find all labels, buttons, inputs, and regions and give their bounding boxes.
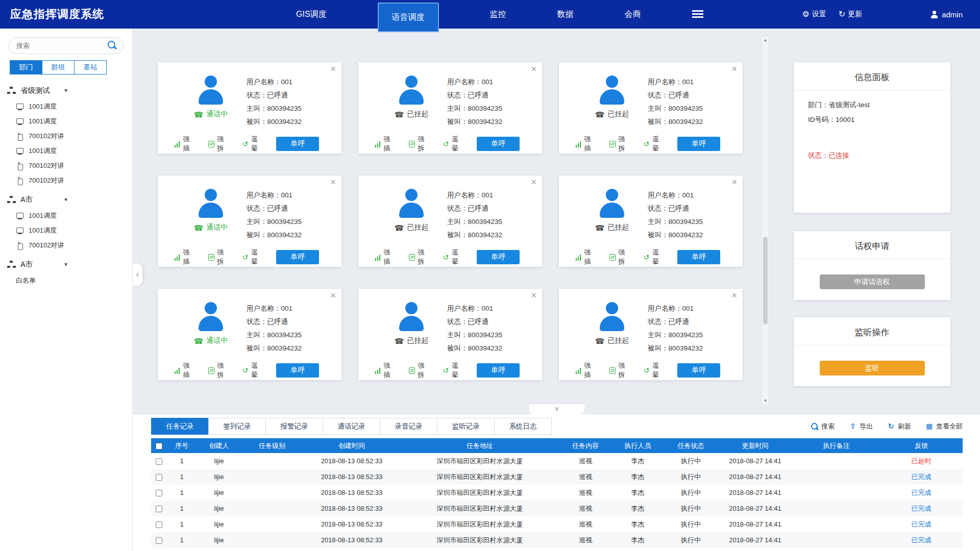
- single-call-button[interactable]: 单呼: [276, 250, 319, 264]
- card-action-button[interactable]: 强拆: [208, 135, 230, 153]
- tree-group-row[interactable]: A市 ▾: [0, 256, 132, 273]
- tree-item[interactable]: 700102对讲: [0, 158, 132, 173]
- feedback-link[interactable]: 已超时: [912, 457, 932, 465]
- card-action-button[interactable]: 强插: [174, 135, 196, 153]
- caret-down-icon[interactable]: ▾: [64, 87, 67, 94]
- single-call-button[interactable]: 单呼: [677, 363, 720, 378]
- card-action-button[interactable]: 遥晕: [242, 135, 264, 153]
- task-row[interactable]: 1 lijie 2018-08-13 08:52:33 深圳市福田区彩田村水源大…: [151, 516, 963, 532]
- row-checkbox[interactable]: [156, 521, 162, 528]
- single-call-button[interactable]: 单呼: [677, 250, 720, 264]
- nav-item[interactable]: GIS调度: [296, 0, 327, 29]
- tree-item[interactable]: 1001调度: [0, 143, 132, 158]
- card-action-button[interactable]: 强插: [375, 248, 397, 266]
- feedback-link[interactable]: 已完成: [912, 489, 932, 496]
- card-action-button[interactable]: 强插: [375, 135, 397, 153]
- tool-button[interactable]: 搜索: [810, 422, 835, 431]
- feedback-link[interactable]: 已完成: [912, 473, 932, 481]
- select-all-checkbox[interactable]: [156, 443, 162, 449]
- caret-down-icon[interactable]: ▾: [64, 261, 67, 268]
- sidebar-tab[interactable]: 基站: [74, 60, 107, 74]
- update-button[interactable]: ↻ 更新: [839, 10, 862, 19]
- row-checkbox[interactable]: [156, 458, 162, 465]
- nav-item[interactable]: 数据: [557, 0, 574, 29]
- card-action-button[interactable]: 遥晕: [644, 135, 666, 153]
- close-icon[interactable]: ×: [531, 64, 536, 75]
- close-icon[interactable]: ×: [531, 177, 536, 188]
- tree-item[interactable]: 1001调度: [0, 223, 132, 238]
- card-action-button[interactable]: 遥晕: [644, 361, 666, 380]
- scroll-up-icon[interactable]: ▲: [762, 36, 769, 44]
- single-call-button[interactable]: 单呼: [477, 137, 520, 151]
- card-action-button[interactable]: 强拆: [208, 248, 230, 266]
- card-action-button[interactable]: 遥晕: [443, 248, 465, 266]
- card-action-button[interactable]: 强插: [575, 248, 597, 266]
- close-icon[interactable]: ×: [731, 290, 737, 302]
- feedback-link[interactable]: 已完成: [912, 505, 932, 512]
- nav-item[interactable]: 监控: [490, 0, 506, 29]
- sidebar-collapse-button[interactable]: ‹: [133, 263, 143, 286]
- task-row[interactable]: 1 lijie 2018-08-13 08:52:33 深圳市福田区彩田村水源大…: [151, 485, 963, 500]
- row-checkbox[interactable]: [156, 537, 162, 544]
- close-icon[interactable]: ×: [731, 64, 737, 75]
- tree-item[interactable]: 1001调度: [0, 99, 132, 114]
- monitor-button[interactable]: 监听: [820, 361, 925, 375]
- task-row[interactable]: 1 lijie 2018-08-13 08:52:33 深圳市福田区彩田村水源大…: [151, 453, 963, 469]
- record-tab[interactable]: 签到记录: [208, 418, 266, 435]
- card-action-button[interactable]: 强拆: [208, 361, 230, 380]
- tool-button[interactable]: 导出: [848, 422, 873, 431]
- apply-talk-right-button[interactable]: 申请话语权: [820, 274, 925, 289]
- card-action-button[interactable]: 强拆: [609, 248, 631, 266]
- close-icon[interactable]: ×: [330, 64, 336, 75]
- feedback-link[interactable]: 已完成: [912, 536, 932, 544]
- card-action-button[interactable]: 强插: [174, 361, 196, 380]
- menu-button[interactable]: [692, 0, 703, 29]
- feedback-link[interactable]: 已完成: [912, 520, 932, 528]
- card-action-button[interactable]: 遥晕: [242, 361, 264, 380]
- tree-item[interactable]: 700102对讲: [0, 129, 132, 143]
- single-call-button[interactable]: 单呼: [477, 363, 520, 378]
- close-icon[interactable]: ×: [330, 177, 336, 188]
- tree-group-row[interactable]: A市 ▾: [0, 191, 132, 208]
- card-action-button[interactable]: 强拆: [609, 361, 631, 380]
- record-tab[interactable]: 录音记录: [380, 418, 437, 435]
- caret-down-icon[interactable]: ▾: [64, 196, 67, 203]
- single-call-button[interactable]: 单呼: [276, 137, 319, 151]
- card-action-button[interactable]: 强拆: [609, 135, 631, 153]
- card-action-button[interactable]: 强拆: [409, 135, 431, 153]
- card-action-button[interactable]: 遥晕: [644, 248, 666, 266]
- close-icon[interactable]: ×: [330, 290, 336, 302]
- card-action-button[interactable]: 强拆: [409, 248, 431, 266]
- single-call-button[interactable]: 单呼: [477, 250, 520, 264]
- sidebar-tab[interactable]: 群组: [42, 60, 75, 74]
- row-checkbox[interactable]: [156, 506, 162, 512]
- tree-item[interactable]: 1001调度: [0, 114, 132, 129]
- task-row[interactable]: 1 lijie 2018-08-13 08:52:33 深圳市福田区彩田村水源大…: [151, 532, 963, 548]
- search-input[interactable]: [8, 37, 124, 54]
- card-action-button[interactable]: 强插: [575, 135, 597, 153]
- card-action-button[interactable]: 强拆: [409, 361, 431, 380]
- record-tab[interactable]: 通话记录: [323, 418, 380, 435]
- settings-button[interactable]: ⚙ 设置: [802, 10, 826, 19]
- record-tab[interactable]: 监听记录: [437, 418, 495, 435]
- search-icon[interactable]: [108, 41, 117, 51]
- task-row[interactable]: 1 lijie 2018-08-13 08:52:33 深圳市福田区彩田村水源大…: [151, 500, 963, 516]
- tree-item[interactable]: 1001调度: [0, 208, 132, 223]
- nav-item[interactable]: 会商: [625, 0, 641, 29]
- record-tab[interactable]: 系统日志: [494, 418, 552, 435]
- record-tab[interactable]: 任务记录: [151, 418, 209, 435]
- record-tab[interactable]: 报警记录: [265, 418, 323, 435]
- card-action-button[interactable]: 遥晕: [242, 248, 264, 266]
- card-action-button[interactable]: 遥晕: [443, 361, 465, 380]
- task-row[interactable]: 1 lijie 2018-08-13 08:52:33 深圳市福田区彩田村水源大…: [151, 469, 963, 485]
- sidebar-tab[interactable]: 部门: [10, 60, 42, 74]
- scroll-down-icon[interactable]: ▼: [762, 397, 769, 405]
- card-action-button[interactable]: 强插: [375, 361, 397, 380]
- main-scrollbar[interactable]: ▲ ▼: [762, 36, 769, 405]
- row-checkbox[interactable]: [156, 490, 162, 496]
- close-icon[interactable]: ×: [531, 290, 536, 302]
- tree-group-row[interactable]: 省级测试 ▾: [0, 82, 132, 99]
- tool-button[interactable]: 刷新: [887, 422, 911, 431]
- single-call-button[interactable]: 单呼: [677, 137, 720, 151]
- card-action-button[interactable]: 强插: [174, 248, 196, 266]
